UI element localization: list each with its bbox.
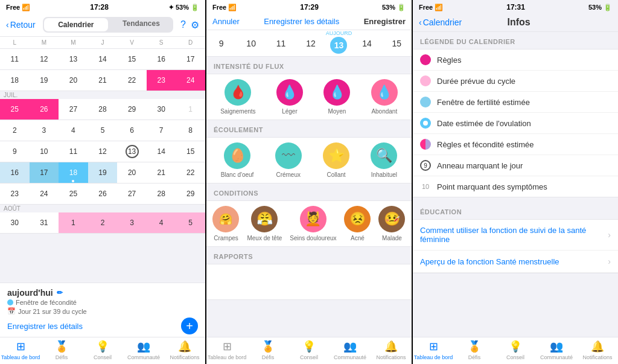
- date-11[interactable]: 11: [266, 34, 296, 53]
- cell-1-grey[interactable]: 1: [176, 99, 205, 120]
- tab-defis-3[interactable]: 🏅 Défis: [454, 340, 495, 360]
- cell-31[interactable]: 31: [30, 212, 59, 233]
- cell-19[interactable]: 19: [30, 70, 59, 91]
- cell-2p[interactable]: 2: [88, 212, 118, 233]
- cell-25b[interactable]: 25: [59, 184, 88, 204]
- icon-cremeux[interactable]: 〰 Crémeux: [275, 142, 302, 178]
- cell-23b[interactable]: 23: [0, 184, 30, 204]
- cell-16b[interactable]: 16: [0, 162, 30, 183]
- cell-11b[interactable]: 11: [59, 141, 88, 162]
- tab-tendances[interactable]: Tendances: [109, 17, 173, 33]
- edu-link-1[interactable]: Comment utiliser la fonction de suivi de…: [413, 220, 618, 251]
- cancel-button-2[interactable]: Annuler: [212, 17, 240, 26]
- cell-15b[interactable]: 15: [176, 141, 205, 162]
- cell-24[interactable]: 24: [176, 70, 205, 91]
- tab-defis-2[interactable]: 🏅 Défis: [247, 340, 288, 360]
- cell-6[interactable]: 6: [117, 120, 147, 141]
- tab-notifs-3[interactable]: 🔔 Notifications: [577, 340, 618, 360]
- date-9[interactable]: 9: [206, 34, 236, 53]
- icon-seins[interactable]: 💆 Seins douloureux: [290, 206, 336, 241]
- cell-3[interactable]: 3: [30, 120, 59, 141]
- cell-22[interactable]: 22: [117, 70, 147, 91]
- cell-3p[interactable]: 3: [117, 212, 147, 233]
- cell-15[interactable]: 15: [117, 49, 147, 69]
- tab-calendrier[interactable]: Calendrier: [44, 18, 108, 31]
- tab-conseil-3[interactable]: 💡 Conseil: [495, 340, 536, 360]
- cell-5[interactable]: 5: [88, 120, 118, 141]
- cell-8[interactable]: 8: [176, 120, 205, 141]
- cell-29b[interactable]: 29: [176, 184, 205, 204]
- icon-maux-tete[interactable]: 😤 Meux de tête: [247, 206, 282, 241]
- icon-abondant[interactable]: 💧 Abondant: [371, 79, 398, 115]
- cell-12b[interactable]: 12: [88, 141, 118, 162]
- edit-icon-1[interactable]: ✏: [57, 289, 63, 297]
- cell-21b[interactable]: 21: [147, 162, 176, 183]
- cell-19b[interactable]: 19: [88, 162, 118, 183]
- cell-18b[interactable]: 18: [59, 162, 88, 183]
- cell-4[interactable]: 4: [59, 120, 88, 141]
- icon-inhabituel[interactable]: 🔍 Inhabituel: [371, 142, 397, 178]
- cell-12[interactable]: 12: [30, 49, 59, 69]
- cell-30[interactable]: 30: [147, 99, 176, 120]
- cell-14[interactable]: 14: [88, 49, 118, 69]
- cell-26b[interactable]: 26: [88, 184, 118, 204]
- cell-27[interactable]: 27: [59, 99, 88, 120]
- cell-17b[interactable]: 17: [30, 162, 59, 183]
- cell-30b[interactable]: 30: [0, 212, 30, 233]
- cell-29[interactable]: 29: [117, 99, 147, 120]
- add-button-1[interactable]: +: [181, 318, 198, 334]
- cell-21[interactable]: 21: [88, 70, 118, 91]
- save-details-button-2[interactable]: Enregistrer les détails: [264, 17, 339, 26]
- cell-4p[interactable]: 4: [147, 212, 176, 233]
- cell-16[interactable]: 16: [147, 49, 176, 69]
- icon-leger[interactable]: 💧 Léger: [276, 79, 303, 115]
- gear-icon[interactable]: ⚙: [191, 19, 199, 31]
- tab-communaute-3[interactable]: 👥 Communauté: [536, 340, 577, 360]
- cell-25[interactable]: 25: [0, 99, 30, 120]
- cell-27b[interactable]: 27: [117, 184, 147, 204]
- cell-1p[interactable]: 1: [59, 212, 88, 233]
- tab-defis-1[interactable]: 🏅 Défis: [41, 340, 82, 360]
- cell-5p[interactable]: 5: [176, 212, 205, 233]
- tab-conseil-2[interactable]: 💡 Conseil: [288, 340, 330, 360]
- cell-24b[interactable]: 24: [30, 184, 59, 204]
- cell-10[interactable]: 10: [30, 141, 59, 162]
- cell-26[interactable]: 26: [30, 99, 59, 120]
- cell-11[interactable]: 11: [0, 49, 30, 69]
- cell-17[interactable]: 17: [176, 49, 205, 69]
- cell-14[interactable]: 14: [147, 141, 176, 162]
- cell-9[interactable]: 9: [0, 141, 30, 162]
- date-13-today[interactable]: 13: [330, 37, 347, 54]
- icon-acne[interactable]: 😣 Acné: [344, 206, 371, 241]
- question-icon[interactable]: ?: [180, 19, 186, 31]
- cell-28b[interactable]: 28: [147, 184, 176, 204]
- back-button-1[interactable]: ‹ Retour: [6, 20, 36, 30]
- icon-moyen[interactable]: 💧 Moyen: [323, 79, 350, 115]
- cell-20b[interactable]: 20: [117, 162, 147, 183]
- edu-link-2[interactable]: Aperçu de la fonction Santé menstruelle …: [413, 251, 618, 273]
- tab-communaute-1[interactable]: 👥 Communauté: [123, 340, 164, 360]
- date-14[interactable]: 14: [352, 34, 381, 53]
- cell-23[interactable]: 23: [147, 70, 176, 91]
- cell-2[interactable]: 2: [0, 120, 30, 141]
- icon-saignements[interactable]: 🩸 Saignements: [220, 79, 255, 115]
- cell-7[interactable]: 7: [147, 120, 176, 141]
- date-15[interactable]: 15: [382, 34, 412, 53]
- icon-malade[interactable]: 🤒 Malade: [378, 206, 405, 241]
- info-body-3[interactable]: LÉGENDE DU CALENDRIER Règles Durée prévu…: [413, 32, 618, 337]
- date-10[interactable]: 10: [236, 34, 266, 53]
- tab-dashboard-2[interactable]: ⊞ Tableau de bord: [206, 340, 247, 360]
- cell-28[interactable]: 28: [88, 99, 118, 120]
- icon-blanc-oeuf[interactable]: 🥚 Blanc d'oeuf: [221, 142, 254, 178]
- section-scroll-2[interactable]: INTENSITÉ DU FLUX 🩸 Saignements 💧 Léger …: [206, 57, 412, 337]
- enregistrer-text-1[interactable]: Enregistrer les détails: [7, 322, 83, 331]
- tab-notifs-2[interactable]: 🔔 Notifications: [371, 340, 412, 360]
- tab-tableau-de-bord-1[interactable]: ⊞ Tableau de bord: [0, 340, 41, 360]
- back-button-3[interactable]: ‹ Calendrier: [419, 18, 462, 27]
- date-12[interactable]: 12: [296, 34, 325, 53]
- cell-20[interactable]: 20: [59, 70, 88, 91]
- icon-crampes[interactable]: 🤗 Crampes: [212, 206, 239, 241]
- icon-collant[interactable]: ⭐ Collant: [323, 142, 349, 178]
- tab-communaute-2[interactable]: 👥 Communauté: [330, 340, 371, 360]
- tab-notifs-1[interactable]: 🔔 Notifications: [164, 340, 205, 360]
